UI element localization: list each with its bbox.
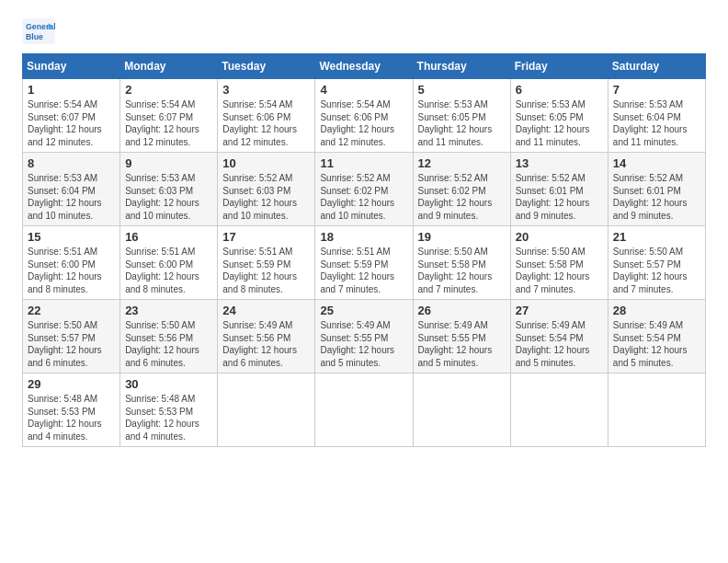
calendar-cell: 19 Sunrise: 5:50 AM Sunset: 5:58 PM Dayl… bbox=[413, 226, 510, 300]
calendar-cell: 14 Sunrise: 5:52 AM Sunset: 6:01 PM Dayl… bbox=[608, 153, 705, 226]
day-number: 11 bbox=[320, 156, 407, 170]
day-number: 21 bbox=[613, 230, 700, 244]
day-info: Sunrise: 5:52 AM Sunset: 6:02 PM Dayligh… bbox=[320, 173, 394, 221]
week-row-3: 15 Sunrise: 5:51 AM Sunset: 6:00 PM Dayl… bbox=[23, 226, 706, 300]
day-number: 7 bbox=[613, 83, 700, 97]
week-row-2: 8 Sunrise: 5:53 AM Sunset: 6:04 PM Dayli… bbox=[23, 153, 706, 226]
day-info: Sunrise: 5:53 AM Sunset: 6:05 PM Dayligh… bbox=[418, 99, 493, 147]
day-info: Sunrise: 5:54 AM Sunset: 6:07 PM Dayligh… bbox=[28, 99, 102, 147]
day-info: Sunrise: 5:52 AM Sunset: 6:01 PM Dayligh… bbox=[613, 173, 688, 221]
day-info: Sunrise: 5:50 AM Sunset: 5:58 PM Dayligh… bbox=[516, 247, 590, 294]
day-number: 27 bbox=[516, 304, 603, 317]
day-info: Sunrise: 5:50 AM Sunset: 5:58 PM Dayligh… bbox=[418, 247, 493, 294]
logo-icon: General Blue bbox=[22, 18, 55, 44]
day-info: Sunrise: 5:52 AM Sunset: 6:03 PM Dayligh… bbox=[222, 173, 297, 221]
calendar-table: SundayMondayTuesdayWednesdayThursdayFrid… bbox=[22, 53, 706, 447]
day-number: 23 bbox=[125, 304, 212, 317]
calendar-cell: 12 Sunrise: 5:52 AM Sunset: 6:02 PM Dayl… bbox=[413, 153, 510, 226]
calendar-cell: 29 Sunrise: 5:48 AM Sunset: 5:53 PM Dayl… bbox=[23, 373, 120, 447]
day-number: 30 bbox=[125, 377, 212, 391]
weekday-header-monday: Monday bbox=[120, 54, 218, 79]
day-info: Sunrise: 5:49 AM Sunset: 5:54 PM Dayligh… bbox=[516, 320, 590, 368]
day-info: Sunrise: 5:52 AM Sunset: 6:02 PM Dayligh… bbox=[418, 173, 493, 221]
day-info: Sunrise: 5:54 AM Sunset: 6:06 PM Dayligh… bbox=[222, 99, 297, 147]
day-number: 9 bbox=[125, 156, 212, 170]
calendar-cell: 27 Sunrise: 5:49 AM Sunset: 5:54 PM Dayl… bbox=[510, 300, 608, 373]
day-number: 16 bbox=[125, 230, 212, 244]
week-row-5: 29 Sunrise: 5:48 AM Sunset: 5:53 PM Dayl… bbox=[23, 373, 706, 447]
day-info: Sunrise: 5:54 AM Sunset: 6:06 PM Dayligh… bbox=[320, 99, 394, 147]
calendar-cell: 22 Sunrise: 5:50 AM Sunset: 5:57 PM Dayl… bbox=[23, 300, 120, 373]
calendar-cell: 17 Sunrise: 5:51 AM Sunset: 5:59 PM Dayl… bbox=[218, 226, 315, 300]
day-info: Sunrise: 5:51 AM Sunset: 5:59 PM Dayligh… bbox=[222, 247, 297, 294]
day-number: 10 bbox=[222, 156, 310, 170]
calendar-cell: 7 Sunrise: 5:53 AM Sunset: 6:04 PM Dayli… bbox=[608, 79, 705, 153]
week-row-1: 1 Sunrise: 5:54 AM Sunset: 6:07 PM Dayli… bbox=[23, 79, 706, 153]
calendar-cell: 4 Sunrise: 5:54 AM Sunset: 6:06 PM Dayli… bbox=[315, 79, 413, 153]
day-number: 26 bbox=[418, 304, 506, 317]
day-number: 28 bbox=[613, 304, 700, 317]
day-number: 17 bbox=[222, 230, 310, 244]
day-number: 24 bbox=[222, 304, 310, 317]
day-info: Sunrise: 5:51 AM Sunset: 6:00 PM Dayligh… bbox=[125, 247, 199, 294]
calendar-cell: 24 Sunrise: 5:49 AM Sunset: 5:56 PM Dayl… bbox=[218, 300, 315, 373]
weekday-header-thursday: Thursday bbox=[413, 54, 510, 79]
weekday-header-sunday: Sunday bbox=[23, 54, 120, 79]
weekday-header-row: SundayMondayTuesdayWednesdayThursdayFrid… bbox=[23, 54, 706, 79]
calendar-cell: 30 Sunrise: 5:48 AM Sunset: 5:53 PM Dayl… bbox=[120, 373, 218, 447]
calendar-cell: 3 Sunrise: 5:54 AM Sunset: 6:06 PM Dayli… bbox=[218, 79, 315, 153]
day-info: Sunrise: 5:53 AM Sunset: 6:04 PM Dayligh… bbox=[28, 173, 102, 221]
day-info: Sunrise: 5:50 AM Sunset: 5:56 PM Dayligh… bbox=[125, 320, 199, 368]
day-info: Sunrise: 5:53 AM Sunset: 6:04 PM Dayligh… bbox=[613, 99, 688, 147]
day-info: Sunrise: 5:53 AM Sunset: 6:05 PM Dayligh… bbox=[516, 99, 590, 147]
day-number: 12 bbox=[418, 156, 506, 170]
logo: General Blue bbox=[22, 18, 59, 44]
day-info: Sunrise: 5:54 AM Sunset: 6:07 PM Dayligh… bbox=[125, 99, 199, 147]
calendar-cell: 15 Sunrise: 5:51 AM Sunset: 6:00 PM Dayl… bbox=[23, 226, 120, 300]
calendar-cell: 18 Sunrise: 5:51 AM Sunset: 5:59 PM Dayl… bbox=[315, 226, 413, 300]
weekday-header-friday: Friday bbox=[510, 54, 608, 79]
day-number: 22 bbox=[28, 304, 115, 317]
calendar-cell bbox=[218, 373, 315, 447]
day-number: 25 bbox=[320, 304, 407, 317]
day-number: 15 bbox=[28, 230, 115, 244]
calendar-cell: 20 Sunrise: 5:50 AM Sunset: 5:58 PM Dayl… bbox=[510, 226, 608, 300]
day-info: Sunrise: 5:48 AM Sunset: 5:53 PM Dayligh… bbox=[125, 394, 199, 442]
day-info: Sunrise: 5:49 AM Sunset: 5:55 PM Dayligh… bbox=[320, 320, 394, 368]
weekday-header-tuesday: Tuesday bbox=[218, 54, 315, 79]
day-number: 13 bbox=[516, 156, 603, 170]
day-number: 19 bbox=[418, 230, 506, 244]
calendar-cell: 26 Sunrise: 5:49 AM Sunset: 5:55 PM Dayl… bbox=[413, 300, 510, 373]
weekday-header-wednesday: Wednesday bbox=[315, 54, 413, 79]
day-info: Sunrise: 5:52 AM Sunset: 6:01 PM Dayligh… bbox=[516, 173, 590, 221]
day-info: Sunrise: 5:50 AM Sunset: 5:57 PM Dayligh… bbox=[28, 320, 102, 368]
day-info: Sunrise: 5:48 AM Sunset: 5:53 PM Dayligh… bbox=[28, 394, 102, 442]
week-row-4: 22 Sunrise: 5:50 AM Sunset: 5:57 PM Dayl… bbox=[23, 300, 706, 373]
calendar-cell: 11 Sunrise: 5:52 AM Sunset: 6:02 PM Dayl… bbox=[315, 153, 413, 226]
calendar-cell: 6 Sunrise: 5:53 AM Sunset: 6:05 PM Dayli… bbox=[510, 79, 608, 153]
day-number: 4 bbox=[320, 83, 407, 97]
calendar-cell: 21 Sunrise: 5:50 AM Sunset: 5:57 PM Dayl… bbox=[608, 226, 705, 300]
page-header: General Blue bbox=[22, 18, 706, 44]
weekday-header-saturday: Saturday bbox=[608, 54, 705, 79]
calendar-body: 1 Sunrise: 5:54 AM Sunset: 6:07 PM Dayli… bbox=[23, 79, 706, 447]
calendar-cell: 13 Sunrise: 5:52 AM Sunset: 6:01 PM Dayl… bbox=[510, 153, 608, 226]
calendar-cell bbox=[608, 373, 705, 447]
day-info: Sunrise: 5:50 AM Sunset: 5:57 PM Dayligh… bbox=[613, 247, 688, 294]
day-number: 2 bbox=[125, 83, 212, 97]
day-info: Sunrise: 5:51 AM Sunset: 5:59 PM Dayligh… bbox=[320, 247, 394, 294]
day-number: 5 bbox=[418, 83, 506, 97]
calendar-cell: 10 Sunrise: 5:52 AM Sunset: 6:03 PM Dayl… bbox=[218, 153, 315, 226]
day-number: 14 bbox=[613, 156, 700, 170]
calendar-cell bbox=[413, 373, 510, 447]
day-number: 3 bbox=[222, 83, 310, 97]
calendar-cell: 9 Sunrise: 5:53 AM Sunset: 6:03 PM Dayli… bbox=[120, 153, 218, 226]
calendar-cell bbox=[510, 373, 608, 447]
calendar-cell: 2 Sunrise: 5:54 AM Sunset: 6:07 PM Dayli… bbox=[120, 79, 218, 153]
day-number: 20 bbox=[516, 230, 603, 244]
calendar-cell: 28 Sunrise: 5:49 AM Sunset: 5:54 PM Dayl… bbox=[608, 300, 705, 373]
day-info: Sunrise: 5:49 AM Sunset: 5:56 PM Dayligh… bbox=[222, 320, 297, 368]
calendar-cell: 25 Sunrise: 5:49 AM Sunset: 5:55 PM Dayl… bbox=[315, 300, 413, 373]
day-number: 1 bbox=[28, 83, 115, 97]
day-info: Sunrise: 5:51 AM Sunset: 6:00 PM Dayligh… bbox=[28, 247, 102, 294]
